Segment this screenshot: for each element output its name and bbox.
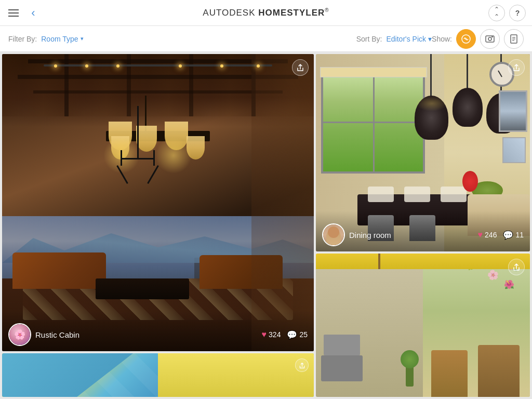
filter-bar: Filter By: Room Type ▾ Sort By: Editor's… <box>0 26 532 52</box>
filter-chevron-icon: ▾ <box>81 35 84 42</box>
share-button[interactable] <box>292 59 309 76</box>
svg-point-1 <box>466 38 467 39</box>
dining-room-card[interactable]: Dining room ♥ 246 💬 11 <box>316 54 530 251</box>
sort-chevron-icon: ▾ <box>428 35 432 43</box>
sort-by-label: Sort By: <box>356 35 382 43</box>
editors-pick-sort[interactable]: Editor's Pick ▾ <box>386 35 432 43</box>
show-designs-button[interactable] <box>456 29 476 49</box>
right-column: Dining room ♥ 246 💬 11 <box>316 54 530 397</box>
share-button-tropical[interactable] <box>508 259 525 275</box>
show-photos-button[interactable] <box>480 29 500 49</box>
share-button-dining[interactable] <box>508 59 525 76</box>
menu-button[interactable] <box>6 7 21 19</box>
show-label: Show: <box>432 35 452 43</box>
bottom-left-card[interactable] <box>2 353 314 397</box>
app-header: ‹ AUTODESK HOMESTYLER® ⌃⌃ ? <box>0 0 532 26</box>
tropical-card[interactable]: 🌺 🌸 🌻 🌺 🌸 <box>316 254 530 397</box>
likes-stat: ♥ 324 <box>262 330 281 339</box>
heart-icon: ♥ <box>262 330 267 339</box>
dining-card-overlay: Dining room ♥ 246 💬 11 <box>316 211 530 251</box>
dining-card-title: Dining room <box>349 231 474 240</box>
card-overlay: 🌸 Rustic Cabin ♥ 324 💬 25 <box>2 311 314 351</box>
left-column: 🌸 Rustic Cabin ♥ 324 💬 25 <box>2 54 314 397</box>
header-right-controls: ⌃⌃ ? <box>488 5 526 21</box>
room-type-filter[interactable]: Room Type ▾ <box>41 35 83 43</box>
svg-rect-4 <box>491 36 493 37</box>
filter-by-label: Filter By: <box>8 35 37 43</box>
show-section: Show: <box>432 29 524 49</box>
card-title: Rustic Cabin <box>35 330 258 339</box>
dining-card-stats: ♥ 246 💬 11 <box>478 230 524 240</box>
back-button[interactable]: ‹ <box>26 6 41 20</box>
user-avatar: 🌸 <box>8 323 31 346</box>
rustic-cabin-card[interactable]: 🌸 Rustic Cabin ♥ 324 💬 25 <box>2 54 314 351</box>
content-grid: 🌸 Rustic Cabin ♥ 324 💬 25 <box>0 52 532 399</box>
rustic-interior-art <box>2 54 314 351</box>
share-button-bottom[interactable] <box>295 358 309 372</box>
dining-likes-stat: ♥ 246 <box>478 230 497 240</box>
svg-point-3 <box>488 37 491 41</box>
show-inspiration-button[interactable] <box>504 29 524 49</box>
comments-stat: 💬 25 <box>287 330 308 340</box>
app-title: AUTODESK HOMESTYLER® <box>203 7 329 18</box>
dining-comment-icon: 💬 <box>503 230 513 240</box>
comment-icon: 💬 <box>287 330 297 340</box>
help-button[interactable]: ? <box>509 5 526 21</box>
scroll-top-button[interactable]: ⌃⌃ <box>488 5 505 21</box>
header-left-controls: ‹ <box>6 6 41 20</box>
sort-section: Sort By: Editor's Pick ▾ <box>356 35 432 43</box>
card-stats: ♥ 324 💬 25 <box>262 330 308 340</box>
dining-user-avatar <box>322 223 345 246</box>
dining-heart-icon: ♥ <box>478 230 483 240</box>
dining-comments-stat: 💬 11 <box>503 230 524 240</box>
